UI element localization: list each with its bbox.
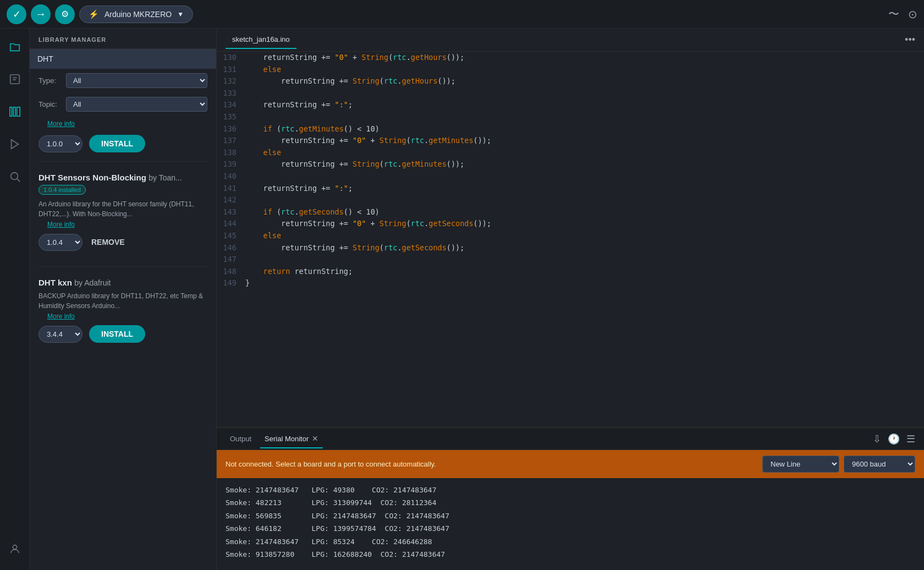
bottom-tabs: Output Serial Monitor ✕ ⇩ 🕐 ☰: [217, 428, 924, 450]
upload-button[interactable]: →: [31, 4, 51, 24]
code-line: 130 returnString += "0" + String(rtc.get…: [217, 52, 924, 64]
bottom-right-controls: ⇩ 🕐 ☰: [873, 433, 915, 445]
code-line: 136 if (rtc.getMinutes() < 10): [217, 123, 924, 135]
code-line: 142: [217, 194, 924, 206]
library-search-input[interactable]: [30, 49, 216, 69]
sidebar-icons: [0, 29, 30, 570]
serial-monitor-close[interactable]: ✕: [312, 434, 318, 443]
newline-select[interactable]: New Line No Line Ending Carriage Return …: [762, 456, 839, 473]
serial-line: Smoke: 913857280 LPG: 162688240 CO2: 214…: [226, 548, 915, 561]
sidebar-item-search[interactable]: [6, 167, 24, 189]
sidebar-item-user[interactable]: [6, 540, 24, 561]
library-title-1: DHT Sensors Non-Blocking by Toan...: [38, 173, 207, 183]
serial-line: Smoke: 646182 LPG: 1399574784 CO2: 21474…: [226, 522, 915, 535]
svg-rect-5: [16, 107, 19, 117]
tab-serial-monitor[interactable]: Serial Monitor ✕: [260, 430, 323, 448]
sidebar-item-library[interactable]: [6, 102, 24, 124]
debug-button[interactable]: ⚙: [55, 4, 75, 24]
version-select-2[interactable]: 3.4.4: [38, 326, 82, 343]
svg-point-9: [13, 545, 16, 549]
main-content: LIBRARY MANAGER Type: All Topic: All Mor…: [0, 29, 924, 570]
signal-icon[interactable]: 〜: [888, 7, 899, 21]
topic-label: Topic:: [38, 100, 62, 108]
tab-label: sketch_jan16a.ino: [232, 35, 290, 43]
action-row-1: 1.0.4 REMOVE: [38, 229, 207, 255]
code-line: 148 return returnString;: [217, 266, 924, 278]
clock-icon[interactable]: 🕐: [888, 433, 900, 445]
code-line: 139 returnString += String(rtc.getMinute…: [217, 158, 924, 171]
library-panel-title: LIBRARY MANAGER: [30, 29, 216, 49]
board-name: Arduino MKRZERO: [105, 10, 172, 19]
library-name-1: DHT Sensors Non-Blocking: [38, 173, 146, 182]
svg-marker-6: [11, 140, 18, 149]
code-line: 143 if (rtc.getSeconds() < 10): [217, 206, 924, 218]
code-line: 146 returnString += String(rtc.getSecond…: [217, 242, 924, 254]
baud-select[interactable]: 9600 baud 115200 baud: [844, 456, 915, 473]
bottom-panel: Output Serial Monitor ✕ ⇩ 🕐 ☰ Not connec…: [217, 427, 924, 570]
svg-rect-3: [9, 107, 12, 117]
serial-line: Smoke: 482213 LPG: 313099744 CO2: 281123…: [226, 496, 915, 509]
code-line: 137 returnString += "0" + String(rtc.get…: [217, 135, 924, 147]
library-item-dht-nonblocking: DHT Sensors Non-Blocking by Toan... 1.0.…: [30, 166, 216, 262]
serial-line: Smoke: 569835 LPG: 2147483647 CO2: 21474…: [226, 509, 915, 522]
code-line: 131 else: [217, 64, 924, 76]
connection-message: Not connected. Select a board and a port…: [226, 460, 762, 468]
board-selector[interactable]: ⚡ Arduino MKRZERO ▼: [79, 6, 193, 23]
scroll-bottom-icon[interactable]: ⇩: [873, 433, 881, 445]
code-line: 144 returnString += "0" + String(rtc.get…: [217, 218, 924, 230]
code-line: 141 returnString += ":";: [217, 183, 924, 195]
sidebar-item-debug[interactable]: [6, 135, 24, 156]
tab-sketch[interactable]: sketch_jan16a.ino: [226, 31, 296, 49]
verify-button[interactable]: ✓: [7, 4, 26, 24]
library-title-2: DHT kxn by Adafruit: [38, 278, 207, 288]
svg-rect-4: [13, 107, 15, 117]
version-select-top[interactable]: 1.0.0: [38, 135, 82, 152]
settings-icon[interactable]: ⊙: [908, 8, 917, 21]
svg-line-8: [17, 179, 20, 182]
topic-select[interactable]: All: [66, 97, 207, 112]
code-line: 145 else: [217, 230, 924, 242]
type-select[interactable]: All: [66, 73, 207, 88]
more-info-link-2[interactable]: More info: [38, 311, 84, 321]
action-row-2: 3.4.4 INSTALL: [38, 321, 207, 347]
install-row-top: 1.0.0 INSTALL: [30, 130, 216, 157]
library-author-1: by Toan...: [148, 173, 182, 182]
toolbar: ✓ → ⚙ ⚡ Arduino MKRZERO ▼ 〜 ⊙: [0, 0, 924, 29]
tab-more-icon[interactable]: •••: [905, 34, 915, 46]
install-button-2[interactable]: INSTALL: [89, 325, 145, 343]
library-panel: LIBRARY MANAGER Type: All Topic: All Mor…: [30, 29, 217, 570]
serial-output: Smoke: 2147483647 LPG: 49380 CO2: 214748…: [217, 478, 924, 570]
divider-2: [38, 266, 207, 267]
serial-line: Smoke: 2147483647 LPG: 85324 CO2: 246646…: [226, 535, 915, 548]
more-info-link-1[interactable]: More info: [38, 220, 84, 229]
bottom-content: Not connected. Select a board and a port…: [217, 450, 924, 570]
toolbar-right-icons: 〜 ⊙: [888, 7, 917, 21]
code-editor[interactable]: 130 returnString += "0" + String(rtc.get…: [217, 52, 924, 427]
remove-button-1[interactable]: REMOVE: [89, 233, 127, 251]
list-icon[interactable]: ☰: [906, 433, 915, 445]
version-select-1[interactable]: 1.0.4: [38, 234, 82, 251]
code-line: 135: [217, 111, 924, 123]
installed-badge-1: 1.0.4 installed: [38, 185, 86, 195]
editor-area: sketch_jan16a.ino ••• 130 returnString +…: [217, 29, 924, 570]
topic-filter-row: Topic: All: [30, 92, 216, 116]
more-info-link-top[interactable]: More info: [38, 119, 84, 129]
library-item-dht-kxn: DHT kxn by Adafruit BACKUP Arduino libra…: [30, 271, 216, 354]
code-line: 138 else: [217, 147, 924, 159]
library-name-2: DHT kxn: [38, 278, 72, 287]
type-filter-row: Type: All: [30, 69, 216, 92]
divider-1: [38, 161, 207, 162]
sidebar-item-file[interactable]: [6, 70, 24, 91]
svg-rect-0: [10, 75, 19, 84]
code-line: 133: [217, 87, 924, 100]
svg-point-7: [10, 173, 18, 180]
connection-bar: Not connected. Select a board and a port…: [217, 450, 924, 478]
library-desc-1: An Arduino library for the DHT sensor fa…: [38, 199, 207, 219]
sidebar-item-folder[interactable]: [6, 37, 24, 59]
install-button-top[interactable]: INSTALL: [89, 135, 145, 152]
code-line: 132 returnString += String(rtc.getHours(…: [217, 75, 924, 87]
type-label: Type:: [38, 76, 62, 85]
usb-icon: ⚡: [89, 9, 99, 19]
library-author-2: by Adafruit: [74, 278, 111, 287]
tab-output[interactable]: Output: [226, 430, 256, 447]
